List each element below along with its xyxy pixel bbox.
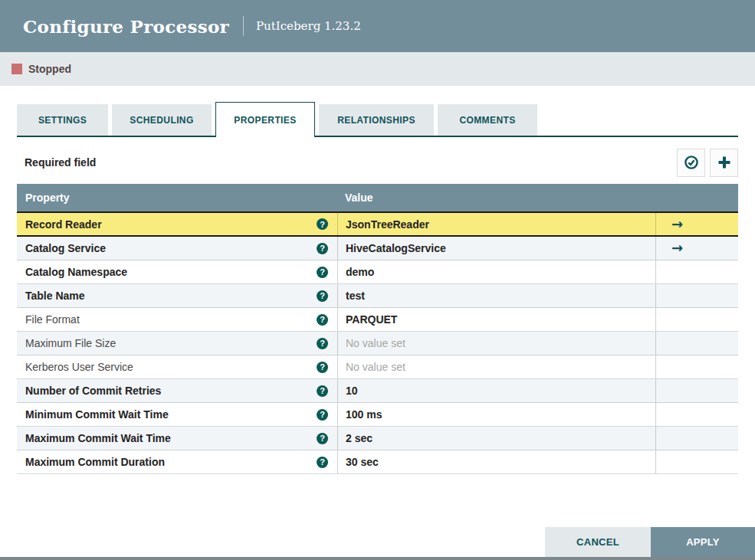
property-value-cell[interactable]: test <box>337 284 655 307</box>
status-bar: Stopped <box>0 52 755 86</box>
property-name-cell: Record Reader? <box>17 213 337 235</box>
tab-label: SETTINGS <box>38 115 87 126</box>
tab-relationships[interactable]: RELATIONSHIPS <box>319 104 434 136</box>
goto-cell: → <box>655 237 738 260</box>
cancel-button[interactable]: CANCEL <box>545 527 651 557</box>
property-name: Table Name <box>25 290 85 302</box>
property-value-cell[interactable]: demo <box>337 260 655 283</box>
goto-cell <box>655 427 738 450</box>
property-name: File Format <box>25 313 80 326</box>
property-name-cell: Kerberos User Service? <box>17 355 337 378</box>
help-icon[interactable]: ? <box>317 338 328 349</box>
property-value-cell[interactable]: JsonTreeReader <box>337 213 655 235</box>
property-name: Maximum File Size <box>25 337 116 349</box>
help-icon[interactable]: ? <box>317 314 328 326</box>
goto-cell <box>655 308 738 331</box>
go-to-service-icon[interactable]: → <box>671 241 683 255</box>
property-value-cell[interactable]: No value set <box>337 332 655 355</box>
tab-scheduling[interactable]: SCHEDULING <box>112 104 212 136</box>
property-row[interactable]: Catalog Service?HiveCatalogService→ <box>17 237 738 260</box>
help-icon[interactable]: ? <box>317 218 328 230</box>
property-name-cell: Maximum Commit Wait Time? <box>17 427 337 450</box>
tab-bar: SETTINGSSCHEDULINGPROPERTIESRELATIONSHIP… <box>17 102 738 138</box>
dialog-header: Configure Processor PutIceberg 1.23.2 <box>0 0 755 52</box>
property-table-body: Record Reader?JsonTreeReader→Catalog Ser… <box>17 211 738 474</box>
stopped-icon <box>11 64 22 74</box>
property-value-cell[interactable]: HiveCatalogService <box>337 237 655 260</box>
check-circle-icon <box>684 155 699 170</box>
property-name-cell: Catalog Service? <box>17 237 337 260</box>
property-value-cell[interactable]: 30 sec <box>337 450 655 473</box>
property-row[interactable]: Record Reader?JsonTreeReader→ <box>17 211 738 237</box>
goto-cell <box>655 403 738 426</box>
property-row[interactable]: Maximum Commit Wait Time?2 sec <box>17 427 738 450</box>
help-icon[interactable]: ? <box>317 290 328 302</box>
property-name-cell: Minimum Commit Wait Time? <box>17 403 337 426</box>
tab-label: COMMENTS <box>459 115 515 126</box>
tab-settings[interactable]: SETTINGS <box>17 104 108 136</box>
goto-cell <box>655 284 738 307</box>
tab-comments[interactable]: COMMENTS <box>438 104 537 136</box>
property-value-cell[interactable]: No value set <box>337 355 655 378</box>
property-value-cell[interactable]: PARQUET <box>337 308 655 331</box>
property-name: Kerberos User Service <box>25 361 133 373</box>
title-divider <box>243 16 244 36</box>
property-value-cell[interactable]: 2 sec <box>337 427 655 450</box>
go-to-service-icon[interactable]: → <box>671 218 683 231</box>
goto-cell <box>655 450 738 473</box>
goto-cell <box>655 379 738 402</box>
tab-label: SCHEDULING <box>130 115 193 126</box>
dialog-footer: CANCEL APPLY <box>545 527 755 557</box>
property-row[interactable]: Catalog Namespace?demo <box>17 260 738 284</box>
property-row[interactable]: Minimum Commit Wait Time?100 ms <box>17 403 738 427</box>
column-header-property: Property <box>17 192 337 204</box>
required-field-hint: Required field <box>17 156 96 169</box>
property-name-cell: Maximum Commit Duration? <box>17 450 337 473</box>
property-value-cell[interactable]: 10 <box>337 379 655 402</box>
canvas-edge-strip <box>0 557 755 560</box>
property-row[interactable]: Kerberos User Service?No value set <box>17 355 738 379</box>
help-icon[interactable]: ? <box>317 267 328 278</box>
column-header-value: Value <box>337 192 738 204</box>
dialog-title: Configure Processor <box>23 16 229 37</box>
verify-properties-button[interactable] <box>677 149 705 177</box>
property-name-cell: Table Name? <box>17 284 337 307</box>
property-name: Maximum Commit Wait Time <box>25 432 171 444</box>
property-name: Catalog Service <box>25 242 106 254</box>
help-icon[interactable]: ? <box>317 433 328 444</box>
property-table-header: Property Value <box>17 184 738 211</box>
property-row[interactable]: Maximum Commit Duration?30 sec <box>17 450 738 474</box>
property-name-cell: Number of Commit Retries? <box>17 379 337 402</box>
property-row[interactable]: Maximum File Size?No value set <box>17 332 738 355</box>
property-row[interactable]: Number of Commit Retries?10 <box>17 379 738 403</box>
tab-underline <box>17 136 738 137</box>
goto-cell <box>655 355 738 378</box>
property-name: Minimum Commit Wait Time <box>25 408 169 421</box>
property-table: Property Value Record Reader?JsonTreeRea… <box>17 184 738 474</box>
property-row[interactable]: File Format?PARQUET <box>17 308 738 332</box>
help-icon[interactable]: ? <box>317 385 328 397</box>
property-name: Catalog Namespace <box>25 266 127 278</box>
help-icon[interactable]: ? <box>317 362 328 373</box>
help-icon[interactable]: ? <box>317 409 328 421</box>
help-icon[interactable]: ? <box>317 243 328 254</box>
tab-label: RELATIONSHIPS <box>337 115 415 126</box>
property-name-cell: File Format? <box>17 308 337 331</box>
property-name-cell: Catalog Namespace? <box>17 260 337 283</box>
property-name-cell: Maximum File Size? <box>17 332 337 355</box>
configure-processor-dialog: Configure Processor PutIceberg 1.23.2 St… <box>0 0 755 560</box>
apply-button[interactable]: APPLY <box>651 527 755 557</box>
status-label: Stopped <box>28 63 71 75</box>
plus-icon <box>717 155 732 170</box>
property-row[interactable]: Table Name?test <box>17 284 738 308</box>
help-icon[interactable]: ? <box>317 457 328 468</box>
tab-properties[interactable]: PROPERTIES <box>215 102 315 137</box>
add-property-button[interactable] <box>710 149 738 177</box>
goto-cell <box>655 260 738 283</box>
goto-cell <box>655 332 738 355</box>
properties-toolbar: Required field <box>17 147 738 178</box>
tab-label: PROPERTIES <box>234 115 296 126</box>
property-value-cell[interactable]: 100 ms <box>337 403 655 426</box>
processor-name-version: PutIceberg 1.23.2 <box>256 19 361 33</box>
tab-bar-wrap: SETTINGSSCHEDULINGPROPERTIESRELATIONSHIP… <box>17 102 738 138</box>
